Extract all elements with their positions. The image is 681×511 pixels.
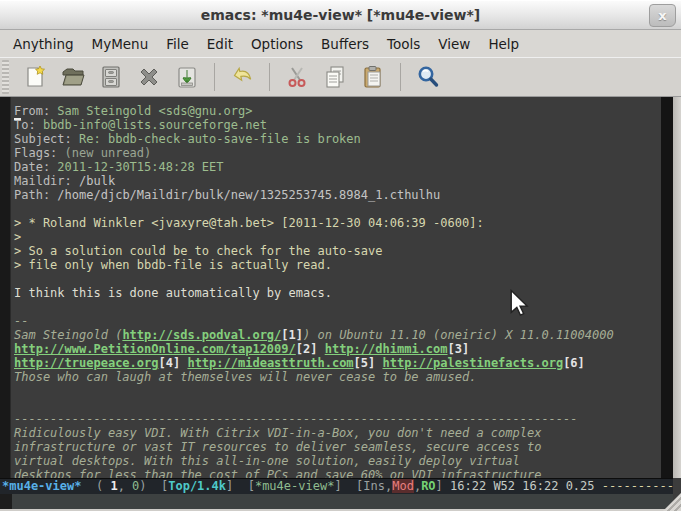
- link[interactable]: http://sds.podval.org/: [122, 328, 281, 342]
- text-segment: >: [14, 230, 21, 244]
- text-segment: ] [Ins,: [334, 479, 392, 493]
- text-segment: Path:: [14, 188, 57, 202]
- buffer-line: Path: /home/djcb/Maildir/bulk/new/132525…: [14, 188, 661, 202]
- menu-buffers[interactable]: Buffers: [312, 33, 378, 55]
- menubar: Anything MyMenu File Edit Options Buffer…: [0, 30, 681, 57]
- link[interactable]: http://dhimmi.com: [325, 342, 448, 356]
- text-segment: ) [: [139, 479, 168, 493]
- close-button[interactable]: x: [649, 4, 676, 27]
- buffer-text[interactable]: From: Sam Steingold <sds@gnu.org>To: bbd…: [11, 97, 661, 478]
- close-buffer-button[interactable]: [133, 61, 165, 93]
- toolbar-separator: [400, 63, 401, 91]
- link[interactable]: http://palestinefacts.org: [383, 356, 564, 370]
- text-segment: Date:: [14, 160, 57, 174]
- text-segment: bbdb-info@lists.sourceforge.net: [43, 118, 267, 132]
- text-segment: Flags:: [14, 146, 65, 160]
- buffer-line: I think this is done automatically by em…: [14, 286, 661, 300]
- undo-button[interactable]: [226, 61, 258, 93]
- close-buffer-icon: [136, 64, 162, 90]
- paste-button[interactable]: [357, 61, 389, 93]
- paste-icon: [360, 64, 386, 90]
- resize-grip[interactable]: [663, 493, 681, 511]
- new-file-icon: [22, 64, 48, 90]
- buffer-line: infrastructure or vast IT resources to d…: [14, 440, 661, 454]
- copy-button[interactable]: [319, 61, 351, 93]
- cut-button[interactable]: [281, 61, 313, 93]
- menu-options[interactable]: Options: [242, 33, 312, 55]
- text-segment: 16:22 W52 16:22 0.25: [450, 479, 602, 493]
- buffer-line: To: bbdb-info@lists.sourceforge.net: [14, 118, 661, 132]
- link[interactable]: http://mideasttruth.com: [187, 356, 353, 370]
- open-file-button[interactable]: [57, 61, 89, 93]
- buffer-line: [14, 202, 661, 216]
- link[interactable]: http://www.PetitionOnline.com/tap12009/: [14, 342, 296, 356]
- search-icon: [415, 64, 441, 90]
- buffer-line: desktops for less than the cost of PCs a…: [14, 468, 661, 478]
- text-segment: --------------------: [602, 479, 673, 493]
- text-segment: > So a solution could be to check for th…: [14, 244, 382, 258]
- text-segment: [2]: [296, 342, 318, 356]
- text-segment: 2011-12-30T15:48:28 EET: [57, 160, 223, 174]
- save-button[interactable]: [171, 61, 203, 93]
- toolbar-separator: [214, 63, 215, 91]
- buffer-line: Date: 2011-12-30T15:48:28 EET: [14, 160, 661, 174]
- buffer-line: Sam Steingold (http://sds.podval.org/[1]…: [14, 328, 661, 342]
- link[interactable]: http://truepeace.org: [14, 356, 159, 370]
- text-segment: rom:: [21, 104, 57, 118]
- menu-tools[interactable]: Tools: [378, 33, 429, 55]
- modeline[interactable]: *mu4e-view* ( 1, 0) [Top/1.4k] [*mu4e-vi…: [0, 478, 673, 494]
- text-segment: [6]: [563, 356, 585, 370]
- text-segment: > * Roland Winkler <jvaxyre@tah.bet> [20…: [14, 216, 484, 230]
- text-segment: [5]: [354, 356, 376, 370]
- buffer-line: >: [14, 230, 661, 244]
- text-segment: (: [81, 479, 110, 493]
- buffer-line: http://truepeace.org[4] http://mideasttr…: [14, 356, 661, 370]
- menu-file[interactable]: File: [157, 33, 198, 55]
- new-file-button[interactable]: [19, 61, 51, 93]
- emacs-window: emacs: *mu4e-view* [*mu4e-view*] x Anyth…: [0, 0, 681, 511]
- text-segment: [1]: [281, 328, 303, 342]
- text-segment: Those who can laugh at themselves will n…: [14, 370, 476, 384]
- vertical-scrollbar[interactable]: [0, 97, 11, 478]
- open-folder-icon: [60, 64, 86, 90]
- text-segment: > file only when bbdb-file is actually r…: [14, 258, 332, 272]
- toolbar-separator: [269, 63, 270, 91]
- text-segment: virtual desktops. With this all-in-one s…: [14, 454, 520, 468]
- menu-anything[interactable]: Anything: [4, 33, 83, 55]
- buffer-line: From: Sam Steingold <sds@gnu.org>: [14, 104, 661, 118]
- toolbar-drag-handle[interactable]: [2, 60, 9, 94]
- menu-edit[interactable]: Edit: [198, 33, 242, 55]
- right-fringe: [661, 97, 673, 478]
- undo-icon: [229, 64, 255, 90]
- text-segment: Ridiculously easy VDI. With Citrix VDI-i…: [14, 426, 541, 440]
- text-segment: *mu4e-view*: [255, 479, 334, 493]
- text-segment: desktops for less than the cost of PCs a…: [14, 468, 541, 478]
- text-segment: ] [: [226, 479, 255, 493]
- buffer-line: Ridiculously easy VDI. With Citrix VDI-i…: [14, 426, 661, 440]
- buffer-line: [14, 272, 661, 286]
- buffer-line: > file only when bbdb-file is actually r…: [14, 258, 661, 272]
- buffer-line: [14, 398, 661, 412]
- cut-icon: [284, 64, 310, 90]
- text-segment: Mod: [392, 479, 414, 493]
- close-icon: x: [658, 9, 666, 22]
- menu-help[interactable]: Help: [479, 33, 528, 55]
- buffer-line: --: [14, 314, 661, 328]
- dired-button[interactable]: [95, 61, 127, 93]
- buffer-line: Subject: Re: bbdb-check-auto-save-file i…: [14, 132, 661, 146]
- text-segment: *mu4e-view*: [2, 479, 81, 493]
- text-segment: To:: [14, 118, 43, 132]
- text-segment: RO: [421, 479, 435, 493]
- text-segment: ) on Ubuntu 11.10 (oneiric) X 11.0.11004…: [303, 328, 614, 342]
- copy-icon: [322, 64, 348, 90]
- text-segment: Subject:: [14, 132, 79, 146]
- menu-mymenu[interactable]: MyMenu: [83, 33, 158, 55]
- minibuffer[interactable]: [0, 494, 673, 511]
- text-segment: Top/1.4k: [168, 479, 226, 493]
- text-segment: Maildir:: [14, 174, 79, 188]
- minibuffer-scrollbar: [0, 494, 12, 509]
- menu-view[interactable]: View: [429, 33, 479, 55]
- file-cabinet-icon: [98, 64, 124, 90]
- titlebar[interactable]: emacs: *mu4e-view* [*mu4e-view*] x: [0, 0, 681, 30]
- search-button[interactable]: [412, 61, 444, 93]
